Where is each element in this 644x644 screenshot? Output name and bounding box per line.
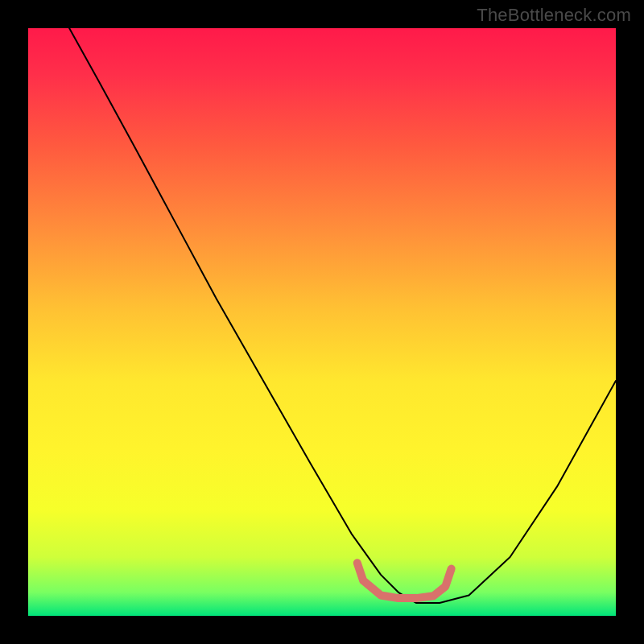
watermark-text: TheBottleneck.com: [477, 5, 631, 26]
chart-svg: [28, 28, 616, 616]
chart-container: TheBottleneck.com: [0, 0, 644, 644]
bottleneck-curve-path: [69, 28, 616, 603]
plot-area: [28, 28, 616, 616]
optimal-range-path: [357, 563, 452, 598]
